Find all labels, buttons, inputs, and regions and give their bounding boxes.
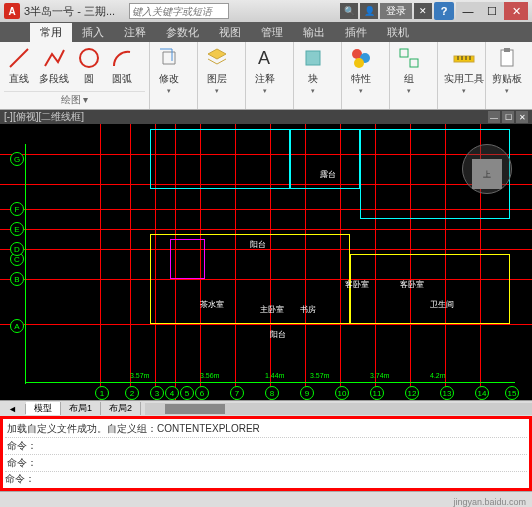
layout-tab-1[interactable]: 布局1 <box>61 402 101 415</box>
layout-tab-2[interactable]: 布局2 <box>101 402 141 415</box>
minimize-button[interactable]: — <box>456 2 480 20</box>
room-outline <box>170 239 205 279</box>
room-label: 露台 <box>320 169 336 180</box>
ribbon-tabs: 常用 插入 注释 参数化 视图 管理 输出 插件 联机 <box>0 22 532 42</box>
dimension-label: 4.2m <box>430 372 446 379</box>
annotate-button[interactable]: A注释▾ <box>250 44 280 96</box>
dimension-label: 3.57m <box>310 372 329 379</box>
exchange-icon[interactable]: ✕ <box>414 3 432 19</box>
layout-nav-prev[interactable]: ◄ <box>0 404 26 414</box>
horizontal-scrollbar[interactable] <box>145 403 532 415</box>
doc-minimize-button[interactable]: — <box>488 111 500 123</box>
room-label: 主卧室 <box>260 304 284 315</box>
viewport-label[interactable]: [-][俯视][二维线框] <box>4 110 84 124</box>
axis-bubble: D <box>10 242 24 256</box>
arc-button[interactable]: 圆弧 <box>107 44 137 87</box>
layers-button[interactable]: 图层▾ <box>202 44 232 96</box>
utilities-button[interactable]: 实用工具▾ <box>442 44 486 96</box>
modify-icon <box>156 45 182 71</box>
polyline-button[interactable]: 多段线 <box>37 44 71 87</box>
chevron-down-icon: ▾ <box>462 87 466 95</box>
axis-bubble: 7 <box>230 386 244 400</box>
tab-home[interactable]: 常用 <box>30 23 72 42</box>
chevron-down-icon: ▾ <box>215 87 219 95</box>
group-button[interactable]: 组▾ <box>394 44 424 96</box>
tab-parametric[interactable]: 参数化 <box>156 23 209 42</box>
viewport-label-bar: [-][俯视][二维线框] — ☐ ✕ <box>0 110 532 124</box>
command-input[interactable] <box>35 473 527 486</box>
command-history-line: 加载自定义文件成功。自定义组：CONTENTEXPLORER <box>5 421 527 438</box>
axis-bubble: 14 <box>475 386 489 400</box>
drawing-viewport[interactable]: [-][俯视][二维线框] — ☐ ✕ A B C D E F G 1 2 3 <box>0 110 532 400</box>
app-icon[interactable]: A <box>4 3 20 19</box>
clipboard-icon <box>494 45 520 71</box>
scroll-thumb[interactable] <box>165 404 225 414</box>
tab-annotate[interactable]: 注释 <box>114 23 156 42</box>
user-icon[interactable]: 👤 <box>360 3 378 19</box>
properties-icon <box>348 45 374 71</box>
layers-icon <box>204 45 230 71</box>
measure-icon <box>451 45 477 71</box>
room-label: 客卧室 <box>345 279 369 290</box>
title-search-wrap <box>129 3 336 19</box>
tab-plugins[interactable]: 插件 <box>335 23 377 42</box>
dimension-label: 3.56m <box>200 372 219 379</box>
line-button[interactable]: 直线 <box>4 44 34 87</box>
axis-bubble: B <box>10 272 24 286</box>
modify-button[interactable]: 修改▾ <box>154 44 184 96</box>
room-label: 书房 <box>300 304 316 315</box>
chevron-down-icon: ▾ <box>505 87 509 95</box>
dimension-label: 3.57m <box>130 372 149 379</box>
properties-button[interactable]: 特性▾ <box>346 44 376 96</box>
svg-line-0 <box>10 49 28 67</box>
axis-bubble: F <box>10 202 24 216</box>
tab-output[interactable]: 输出 <box>293 23 335 42</box>
group-icon <box>396 45 422 71</box>
statusbar-watermark: jingyan.baidu.com <box>451 497 528 507</box>
ribbon-body: 直线 多段线 圆 圆弧 绘图 ▾ 修改▾ 图层▾ A注释▾ 块▾ 特性▾ 组▾ … <box>0 42 532 110</box>
block-button[interactable]: 块▾ <box>298 44 328 96</box>
axis-bubble: 13 <box>440 386 454 400</box>
chevron-down-icon: ▾ <box>311 87 315 95</box>
chevron-down-icon: ▾ <box>359 87 363 95</box>
cad-canvas[interactable]: A B C D E F G 1 2 3 4 5 6 7 8 9 10 11 12… <box>0 124 532 400</box>
tab-view[interactable]: 视图 <box>209 23 251 42</box>
circle-button[interactable]: 圆 <box>74 44 104 87</box>
axis-bubble: 4 <box>165 386 179 400</box>
panel-draw-label[interactable]: 绘图 ▾ <box>4 91 145 107</box>
login-button[interactable]: 登录 <box>380 3 412 19</box>
axis-bubble: E <box>10 222 24 236</box>
doc-close-button[interactable]: ✕ <box>516 111 528 123</box>
svg-point-1 <box>80 49 98 67</box>
doc-maximize-button[interactable]: ☐ <box>502 111 514 123</box>
chevron-down-icon: ▾ <box>167 87 171 95</box>
layout-tab-model[interactable]: 模型 <box>26 402 61 415</box>
view-cube[interactable]: 上 <box>472 159 502 189</box>
axis-bubble: G <box>10 152 24 166</box>
block-icon <box>300 45 326 71</box>
tab-manage[interactable]: 管理 <box>251 23 293 42</box>
axis-bubble: 8 <box>265 386 279 400</box>
document-title: 3半岛一号 - 三期... <box>24 4 115 19</box>
room-label: 阳台 <box>250 239 266 250</box>
axis-bubble: 3 <box>150 386 164 400</box>
maximize-button[interactable]: ☐ <box>480 2 504 20</box>
room-label: 茶水室 <box>200 299 224 310</box>
help-icon[interactable]: ? <box>434 2 454 20</box>
room-outline <box>150 129 290 189</box>
circle-icon <box>76 45 102 71</box>
axis-bubble: 2 <box>125 386 139 400</box>
status-bar: jingyan.baidu.com <box>0 491 532 507</box>
tab-insert[interactable]: 插入 <box>72 23 114 42</box>
room-label: 阳台 <box>270 329 286 340</box>
dimension-label: 3.74m <box>370 372 389 379</box>
search-icon[interactable]: 🔍 <box>340 3 358 19</box>
tab-online[interactable]: 联机 <box>377 23 419 42</box>
svg-point-6 <box>354 58 364 68</box>
command-window[interactable]: 加载自定义文件成功。自定义组：CONTENTEXPLORER 命令： 命令： 命… <box>0 416 532 491</box>
text-icon: A <box>252 45 278 71</box>
clipboard-button[interactable]: 剪贴板▾ <box>490 44 524 96</box>
close-button[interactable]: ✕ <box>504 2 528 20</box>
search-input[interactable] <box>129 3 229 19</box>
polyline-icon <box>41 45 67 71</box>
